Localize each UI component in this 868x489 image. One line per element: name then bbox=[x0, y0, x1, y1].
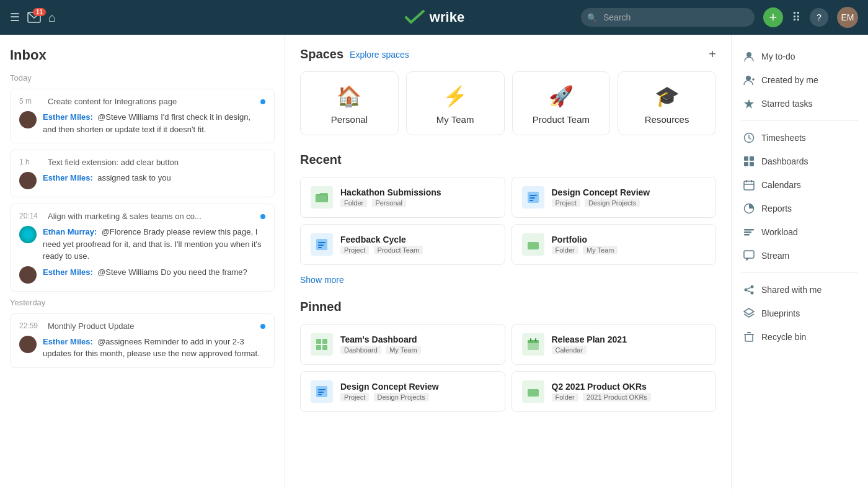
topnav: ☰ 11 ⌂ wrike + ⠿ ? EM bbox=[0, 0, 868, 35]
sidebar-label-createdby: Created by me bbox=[761, 75, 818, 85]
sidebar-item-dashboards[interactable]: Dashboards bbox=[732, 150, 868, 173]
svg-rect-9 bbox=[318, 244, 324, 246]
menu-icon[interactable]: ☰ bbox=[10, 11, 20, 24]
space-card-personal[interactable]: 🏠 Personal bbox=[300, 71, 399, 135]
spaces-grid: 🏠 Personal ⚡ My Team 🚀 Product Team 🎓 Re… bbox=[300, 71, 716, 135]
home-icon[interactable]: ⌂ bbox=[48, 11, 56, 25]
inbox-message: Esther Miles: assigned task to you bbox=[43, 172, 171, 184]
item-info: Release Plan 2021 Calendar bbox=[552, 334, 706, 354]
pinned-item-release[interactable]: Release Plan 2021 Calendar bbox=[512, 324, 717, 365]
calendar-icon bbox=[743, 179, 755, 191]
avatar[interactable]: EM bbox=[837, 7, 858, 28]
svg-rect-15 bbox=[322, 345, 327, 350]
space-card-productteam[interactable]: 🚀 Product Team bbox=[512, 71, 611, 135]
inbox-button[interactable]: 11 bbox=[27, 12, 41, 23]
today-label: Today bbox=[10, 73, 275, 83]
item-meta: Folder My Team bbox=[552, 246, 706, 254]
item-meta: Folder Personal bbox=[340, 199, 495, 207]
recent-grid: Hackathon Submissions Folder Personal De… bbox=[300, 177, 716, 265]
author-link[interactable]: Ethan Murray: bbox=[43, 227, 97, 236]
sidebar-item-recyclebin[interactable]: Recycle bin bbox=[732, 325, 868, 349]
item-name: Q2 2021 Product OKRs bbox=[552, 382, 706, 392]
avatar bbox=[19, 226, 37, 243]
recent-item-design[interactable]: Design Concept Review Project Design Pro… bbox=[512, 177, 717, 218]
svg-rect-34 bbox=[750, 162, 754, 166]
author-link[interactable]: Esther Miles: bbox=[43, 173, 93, 182]
main-layout: Inbox Today 5 m Create content for Integ… bbox=[0, 35, 868, 489]
pinned-item-dashboard[interactable]: Team's Dashboard Dashboard My Team bbox=[300, 324, 505, 365]
item-info: Team's Dashboard Dashboard My Team bbox=[340, 334, 495, 354]
item-name: Design Concept Review bbox=[340, 382, 495, 392]
trash-icon bbox=[743, 331, 755, 343]
grid-dots-icon[interactable]: ⠿ bbox=[792, 10, 801, 25]
svg-rect-18 bbox=[530, 338, 531, 341]
inbox-subject: Create content for Integrations page bbox=[48, 97, 254, 106]
svg-marker-49 bbox=[744, 308, 754, 315]
item-name: Release Plan 2021 bbox=[552, 334, 706, 344]
inbox-time: 5 m bbox=[19, 97, 42, 105]
avatar bbox=[19, 336, 37, 353]
item-meta: Folder 2021 Product OKRs bbox=[552, 393, 706, 402]
star-icon bbox=[743, 97, 755, 110]
svg-rect-24 bbox=[528, 389, 539, 397]
search-input[interactable] bbox=[581, 8, 755, 27]
inbox-item[interactable]: 22:59 Monthly Product Update Esther Mile… bbox=[10, 313, 275, 368]
avatar bbox=[19, 266, 37, 284]
add-space-button[interactable]: + bbox=[709, 47, 716, 61]
help-button[interactable]: ? bbox=[810, 8, 828, 27]
sidebar-item-timesheets[interactable]: Timesheets bbox=[732, 126, 868, 150]
inbox-message: Esther Miles: @assignees Reminder to add… bbox=[43, 336, 265, 360]
item-info: Hackathon Submissions Folder Personal bbox=[340, 187, 495, 207]
inbox-item[interactable]: 5 m Create content for Integrations page… bbox=[10, 89, 275, 143]
calendar-icon bbox=[522, 333, 544, 356]
inbox-item[interactable]: 20:14 Align with marketing & sales teams… bbox=[10, 204, 275, 292]
svg-rect-23 bbox=[318, 394, 322, 395]
space-card-myteam[interactable]: ⚡ My Team bbox=[406, 71, 505, 135]
sidebar-item-calendars[interactable]: Calendars bbox=[732, 173, 868, 197]
pinned-title: Pinned bbox=[300, 300, 342, 314]
pie-icon bbox=[743, 202, 755, 215]
pinned-grid: Team's Dashboard Dashboard My Team Relea… bbox=[300, 324, 716, 412]
inbox-message: Ethan Murray: @Florence Brady please rev… bbox=[43, 226, 265, 262]
svg-rect-13 bbox=[322, 339, 327, 344]
sidebar-item-blueprints[interactable]: Blueprints bbox=[732, 302, 868, 325]
svg-rect-33 bbox=[744, 162, 748, 166]
sidebar-item-reports[interactable]: Reports bbox=[732, 197, 868, 220]
author-link[interactable]: Esther Miles: bbox=[43, 267, 93, 277]
sidebar-item-sharedwith[interactable]: Shared with me bbox=[732, 278, 868, 302]
add-button[interactable]: + bbox=[763, 7, 783, 27]
center-panel: Spaces Explore spaces + 🏠 Personal ⚡ My … bbox=[285, 35, 732, 489]
space-icon-resources: 🎓 bbox=[626, 84, 708, 108]
spaces-title: Spaces bbox=[300, 47, 343, 61]
recent-item-feedback[interactable]: Feedback Cycle Project Product Team bbox=[300, 224, 505, 265]
sidebar-item-mytodo[interactable]: My to-do bbox=[732, 45, 868, 68]
pinned-item-design[interactable]: Design Concept Review Project Design Pro… bbox=[300, 371, 505, 412]
pinned-item-okrs[interactable]: Q2 2021 Product OKRs Folder 2021 Product… bbox=[512, 371, 717, 412]
item-name: Portfolio bbox=[552, 235, 706, 244]
recent-item-hackathon[interactable]: Hackathon Submissions Folder Personal bbox=[300, 177, 505, 218]
inbox-item[interactable]: 1 h Text field extension: add clear butt… bbox=[10, 150, 275, 197]
sidebar-item-stream[interactable]: Stream bbox=[732, 244, 868, 267]
sidebar-item-starred[interactable]: Starred tasks bbox=[732, 92, 868, 115]
svg-rect-10 bbox=[318, 247, 322, 248]
recent-item-portfolio[interactable]: Portfolio Folder My Team bbox=[512, 224, 717, 265]
inbox-message: Esther Miles: @Steve Williams Do you nee… bbox=[43, 266, 247, 279]
space-card-resources[interactable]: 🎓 Resources bbox=[618, 71, 716, 135]
recent-header: Recent bbox=[300, 153, 716, 167]
sidebar-item-workload[interactable]: Workload bbox=[732, 220, 868, 244]
author-link[interactable]: Esther Miles: bbox=[43, 112, 93, 122]
pinned-header: Pinned bbox=[300, 300, 716, 314]
spaces-header: Spaces Explore spaces + bbox=[300, 47, 716, 61]
sidebar-item-createdby[interactable]: Created by me bbox=[732, 68, 868, 92]
clock-icon bbox=[743, 132, 755, 144]
project-icon bbox=[311, 233, 333, 256]
item-name: Design Concept Review bbox=[552, 187, 706, 197]
person-icon bbox=[743, 50, 755, 63]
svg-point-46 bbox=[751, 292, 754, 295]
space-icon-myteam: ⚡ bbox=[414, 84, 497, 108]
author-link[interactable]: Esther Miles: bbox=[43, 337, 93, 346]
explore-spaces-link[interactable]: Explore spaces bbox=[350, 50, 409, 60]
bars-icon bbox=[743, 226, 755, 238]
sidebar-label-sharedwith: Shared with me bbox=[761, 285, 822, 295]
show-more-link[interactable]: Show more bbox=[300, 275, 344, 285]
